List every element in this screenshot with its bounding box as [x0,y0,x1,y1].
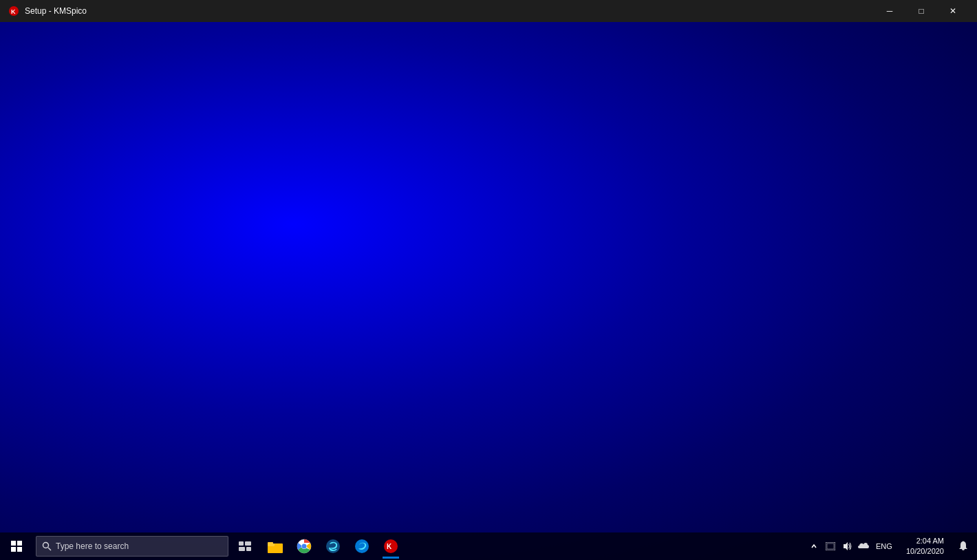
network-icon [826,542,835,550]
speaker-icon [842,541,852,551]
taskbar-kmspico[interactable]: K [377,532,405,560]
svg-rect-13 [239,541,244,546]
svg-point-11 [43,543,49,548]
svg-point-25 [355,539,369,553]
tray-network-icon-wrapper[interactable] [824,532,837,560]
restore-button[interactable]: □ [905,0,937,22]
notification-icon [958,541,968,552]
tray-expand-button[interactable] [807,532,821,560]
kmspico-taskbar-icon: K [383,539,398,554]
start-button[interactable] [0,532,33,560]
svg-line-12 [48,548,51,550]
task-view-icon [239,541,251,551]
clock-date: 10/20/2020 [906,546,944,557]
taskbar-edge[interactable] [319,532,347,560]
svg-rect-29 [827,543,834,549]
onedrive-icon [858,542,869,550]
taskbar-edge-new[interactable] [348,532,376,560]
app-titlebar: K Setup - KMSpico ─ □ ✕ [0,0,977,22]
windows-logo-icon [11,541,22,552]
svg-rect-15 [239,547,245,551]
app-titlebar-title: Setup - KMSpico [25,6,868,16]
svg-marker-32 [844,542,848,550]
tray-onedrive-icon-wrapper[interactable] [857,532,870,560]
tray-language-indicator[interactable]: ENG [873,532,895,560]
file-explorer-icon [268,539,283,553]
svg-point-23 [302,544,307,549]
taskbar: Type here to search [0,532,977,560]
taskbar-chrome[interactable] [290,532,318,560]
desktop: K Setup - KMSpico ─ □ ✕ KMSpico ByELDI S… [0,0,977,560]
app-icon: K [8,6,19,17]
notifications-button[interactable] [949,532,977,560]
system-tray: ENG [802,532,901,560]
svg-rect-19 [268,542,273,545]
taskbar-apps: K [259,532,407,560]
taskbar-search-bar[interactable]: Type here to search [36,536,228,557]
clock-time: 2:04 AM [916,536,944,546]
edge-icon [325,539,341,554]
search-icon [42,541,52,551]
task-view-button[interactable] [231,532,259,560]
svg-rect-14 [245,541,251,546]
taskbar-file-explorer[interactable] [261,532,289,560]
svg-text:K: K [11,8,16,15]
minimize-button[interactable]: ─ [874,0,905,22]
chrome-icon [297,539,312,554]
taskbar-clock[interactable]: 2:04 AM 10/20/2020 [901,532,949,560]
chevron-up-icon [810,543,817,550]
close-button[interactable]: ✕ [937,0,969,22]
language-text: ENG [876,542,892,550]
tray-speaker-icon-wrapper[interactable] [840,532,854,560]
svg-text:K: K [387,543,392,550]
svg-rect-16 [246,547,251,551]
search-placeholder: Type here to search [56,541,129,551]
edge-new-icon [354,539,369,554]
titlebar-controls: ─ □ ✕ [874,0,969,22]
